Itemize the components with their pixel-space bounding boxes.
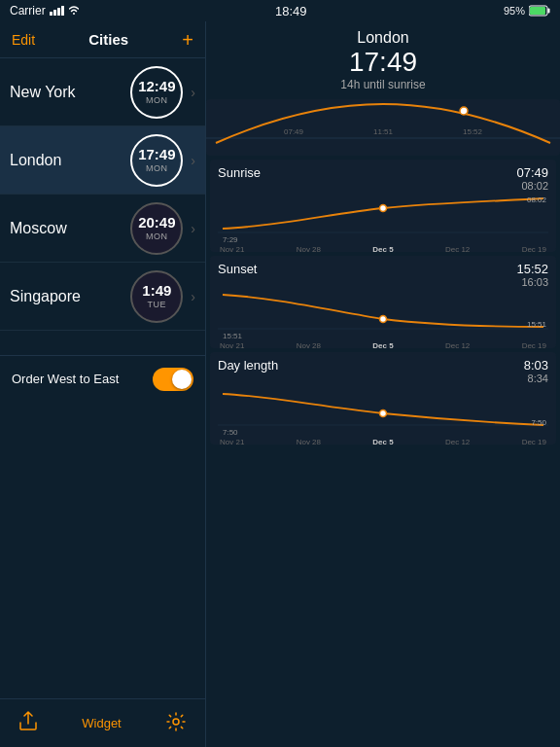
widget-label[interactable]: Widget [82,716,121,730]
chart-sunset-values: 15:52 16:03 [516,262,548,288]
chart-daylength-sub: 8:34 [524,373,548,384]
chart-sunrise-dates: Nov 21 Nov 28 Dec 5 Dec 12 Dec 19 [218,245,548,252]
chart-daylength-values: 8:03 8:34 [524,358,548,384]
date-nov28: Nov 28 [297,245,321,252]
main-subtitle: 14h until sunrise [206,78,560,91]
city-name-london: London [10,152,124,169]
date-dec12: Dec 12 [445,341,470,348]
date-nov21: Nov 21 [220,245,244,252]
date-dec5: Dec 5 [372,341,393,348]
clock-time-london: 17:49 [138,147,175,163]
svg-rect-2 [57,8,60,16]
svg-text:15:51: 15:51 [527,320,547,329]
clock-day-singapore: TUE [148,300,167,309]
date-dec19: Dec 19 [522,438,546,445]
date-dec5: Dec 5 [372,245,393,252]
city-item-moscow[interactable]: Moscow 20:49 MON › [0,195,205,263]
sidebar-spacer [0,403,205,699]
svg-point-7 [173,719,179,725]
date-dec19: Dec 19 [522,245,546,252]
chart-daylength-area: 7:50 7:50 [218,386,548,437]
main-time: 17:49 [206,47,560,78]
wifi-icon [69,5,79,17]
svg-rect-1 [53,10,56,16]
chart-sunset-dates: Nov 21 Nov 28 Dec 5 Dec 12 Dec 19 [218,341,548,348]
sidebar-toolbar: Widget [0,698,205,747]
city-list: New York 12:49 MON › London 17:49 MON › … [0,58,205,355]
settings-icon[interactable] [166,712,186,735]
svg-text:7:50: 7:50 [531,418,546,427]
main-city-name: London [206,29,560,47]
svg-text:7:50: 7:50 [223,428,238,437]
svg-rect-0 [50,12,52,16]
order-toggle[interactable] [153,368,193,391]
svg-text:11:51: 11:51 [373,127,394,136]
chart-daylength-main: 8:03 [524,358,548,373]
city-item-singapore[interactable]: Singapore 1:49 TUE › [0,263,205,331]
chart-sunrise-title: Sunrise [218,165,261,180]
toggle-row: Order West to East [0,355,205,403]
battery-label: 95% [504,5,525,17]
share-icon[interactable] [19,711,37,735]
svg-point-20 [380,316,387,323]
chart-daylength: Day length 8:03 8:34 7:50 7:50 [210,352,556,445]
date-dec12: Dec 12 [445,438,470,445]
chart-sunset-area: 15:51 15:51 [218,290,548,340]
clock-moscow: 20:49 MON [130,202,183,255]
clock-london: 17:49 MON [130,134,183,187]
clock-day-london: MON [146,163,168,173]
svg-rect-3 [61,6,64,16]
chevron-icon-new-york: › [191,85,195,100]
date-dec19: Dec 19 [522,341,546,348]
chevron-icon-moscow: › [191,221,195,236]
add-city-button[interactable]: + [182,30,193,50]
app-container: Edit Cities + New York 12:49 MON › Londo… [0,21,560,747]
chart-sunset-main: 15:52 [516,262,548,276]
clock-time-moscow: 20:49 [138,215,175,231]
battery-icon [529,5,550,17]
main-header: London 17:49 14h until sunrise [206,21,560,99]
chart-daylength-title: Day length [218,358,278,373]
svg-text:07:49: 07:49 [284,127,304,136]
chart-sunrise: Sunrise 07:49 08:02 08:02 7:29 [210,160,556,252]
toggle-knob [172,370,192,389]
toggle-label: Order West to East [12,372,119,386]
day-arc-chart: 07:49 11:51 15:52 [206,99,560,156]
date-nov28: Nov 28 [297,438,321,445]
city-name-singapore: Singapore [10,288,124,305]
svg-rect-6 [530,7,545,15]
sidebar: Edit Cities + New York 12:49 MON › Londo… [0,21,206,747]
chart-sunset-sub: 16:03 [516,276,548,288]
clock-day-new-york: MON [146,95,168,105]
chart-sunrise-main: 07:49 [516,165,548,180]
chart-sunrise-sub: 08:02 [516,180,548,192]
city-item-new-york[interactable]: New York 12:49 MON › [0,58,205,126]
clock-time-new-york: 12:49 [138,79,175,95]
clock-singapore: 1:49 TUE [130,270,183,323]
status-left: Carrier [10,4,79,18]
sidebar-header: Edit Cities + [0,21,205,58]
city-name-moscow: Moscow [10,220,124,237]
date-nov21: Nov 21 [220,438,244,445]
svg-text:08:02: 08:02 [527,196,547,204]
chart-sunset-header: Sunset 15:52 16:03 [218,262,548,288]
charts-area: Sunrise 07:49 08:02 08:02 7:29 [206,160,560,747]
svg-text:15:51: 15:51 [223,332,243,340]
date-nov21: Nov 21 [220,341,244,348]
chart-sunset-title: Sunset [218,262,257,276]
svg-point-24 [380,410,387,417]
clock-time-singapore: 1:49 [142,283,171,300]
chart-sunset: Sunset 15:52 16:03 15:51 15:51 [210,256,556,348]
chart-daylength-header: Day length 8:03 8:34 [218,358,548,384]
city-item-london[interactable]: London 17:49 MON › [0,126,205,195]
svg-text:7:29: 7:29 [223,235,238,244]
main-content: London 17:49 14h until sunrise 07:49 11:… [206,21,560,747]
city-name-new-york: New York [10,84,124,101]
signal-icon [50,6,65,16]
chart-daylength-dates: Nov 21 Nov 28 Dec 5 Dec 12 Dec 19 [218,438,548,445]
date-nov28: Nov 28 [297,341,321,348]
chevron-icon-london: › [191,153,195,168]
svg-text:15:52: 15:52 [463,127,483,136]
edit-button[interactable]: Edit [12,32,35,48]
carrier-label: Carrier [10,4,46,18]
